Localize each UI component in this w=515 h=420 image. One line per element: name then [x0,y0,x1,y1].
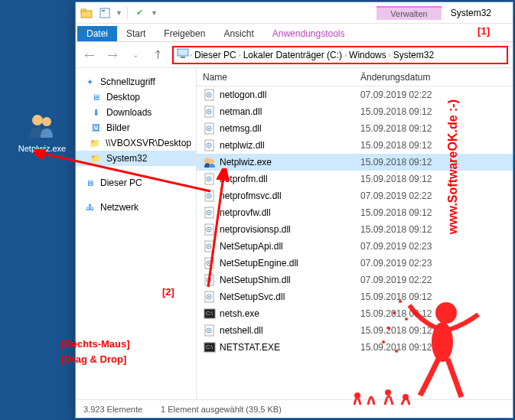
file-row[interactable]: NetSetupShim.dll07.09.2019 02:22 [197,272,513,288]
file-name: NETSTAT.EXE [220,342,357,353]
file-icon [203,324,217,337]
file-row[interactable]: netprofm.dll15.09.2018 09:12 [197,171,513,187]
file-row[interactable]: netmsg.dll15.09.2018 09:12 [197,120,513,137]
file-row[interactable]: C:\NETSTAT.EXE15.09.2018 09:12 [197,339,513,356]
crumb-windows[interactable]: Windows [347,50,388,60]
file-icon [203,240,217,252]
up-button[interactable]: 🡑 [149,46,168,64]
folder-icon[interactable] [79,5,94,21]
file-date: 07.09.2019 02:23 [357,241,513,252]
file-icon [203,156,217,168]
file-row[interactable]: Netplwiz.exe15.09.2018 09:12 [197,154,513,171]
file-row[interactable]: netprofmsvc.dll07.09.2019 02:22 [197,187,513,204]
svg-point-24 [208,178,210,180]
file-row[interactable]: NetSetupEngine.dll07.09.2019 02:23 [197,255,513,272]
column-headers: Name Änderungsdatum [197,68,513,86]
file-row[interactable]: C:\netsh.exe15.09.2018 09:12 [197,305,513,322]
file-row[interactable]: netplwiz.dll15.09.2018 09:12 [197,137,513,154]
file-row[interactable]: netprovisionsp.dll15.09.2018 09:12 [197,221,513,238]
file-name: NetSetupEngine.dll [220,258,357,269]
svg-point-1 [42,117,51,126]
crumb-pc[interactable]: Dieser PC [193,50,238,60]
download-icon: ⬇ [90,106,102,119]
desktop-shortcut-label: Netplwiz.exe [18,144,66,153]
file-date: 15.09.2018 09:12 [357,291,513,302]
crumb-drive[interactable]: Lokaler Datenträger (C:) [242,50,344,60]
network-icon: 🖧 [83,201,96,213]
tab-file[interactable]: Datei [77,26,117,41]
column-name[interactable]: Name [197,72,357,83]
svg-rect-7 [181,57,185,58]
chevron-right-icon[interactable]: › [190,51,192,59]
file-icon [203,190,217,202]
users-icon [27,110,57,141]
back-button[interactable]: 🡐 [80,46,99,64]
file-name: netprofmsvc.dll [220,190,357,201]
tab-view[interactable]: Ansicht [214,26,262,41]
svg-text:C:\: C:\ [206,311,213,316]
file-name: netprovisionsp.dll [220,224,357,235]
svg-point-20 [204,158,210,164]
file-list[interactable]: netlogon.dll07.09.2019 02:22netman.dll15… [197,86,513,399]
nav-vboxsvr[interactable]: 📁\\VBOXSVR\Desktop [76,135,196,151]
tab-app-tools[interactable]: Anwendungstools [263,26,354,41]
nav-pictures[interactable]: 🖼Bilder [76,120,196,135]
qat-dropdown2-icon[interactable]: ▼ [151,9,158,17]
file-name: Netplwiz.exe [220,157,357,168]
svg-point-45 [208,296,210,298]
titlebar: ▼ ✔ ▼ Verwalten System32 [76,2,513,24]
file-name: netshell.dll [220,325,357,336]
desktop-icon: 🖥 [90,91,102,103]
status-bar: 3.923 Elemente 1 Element ausgewählt (39,… [76,399,513,418]
nav-system32[interactable]: 📁System32 [76,151,196,166]
file-icon [203,223,217,236]
file-icon [203,173,217,185]
desktop-shortcut[interactable]: Netplwiz.exe [15,110,69,153]
file-row[interactable]: netshell.dll15.09.2018 09:12 [197,322,513,339]
nav-network[interactable]: 🖧Netzwerk [76,200,196,215]
tab-share[interactable]: Freigeben [155,26,214,41]
file-row[interactable]: netprovfw.dll15.09.2018 09:12 [197,204,513,221]
manage-tab-header: Verwalten [376,6,441,20]
svg-rect-6 [178,49,188,56]
file-date: 15.09.2018 09:12 [357,207,513,218]
watermark: www.SoftwareOK.de :-) [446,99,460,234]
file-name: NetSetupShim.dll [220,275,357,285]
window-title: System32 [442,8,510,18]
file-row[interactable]: NetSetupApi.dll07.09.2019 02:23 [197,238,513,255]
qat-dropdown-icon[interactable]: ▼ [116,9,122,17]
checkmark-icon[interactable]: ✔ [132,5,148,21]
nav-desktop[interactable]: 🖥Desktop [76,90,196,105]
file-name: netprofm.dll [220,174,357,184]
file-row[interactable]: netlogon.dll07.09.2019 02:22 [197,86,513,103]
file-date: 15.09.2018 09:12 [357,106,513,117]
file-date: 15.09.2018 09:12 [357,325,513,336]
chevron-right-icon[interactable]: › [389,51,391,59]
status-count: 3.923 Elemente [83,405,142,414]
file-name: NetSetupSvc.dll [220,291,357,302]
recent-dropdown-icon[interactable]: ⌄ [126,46,145,64]
crumb-system32[interactable]: System32 [392,50,435,60]
tab-start[interactable]: Start [117,26,155,41]
nav-downloads[interactable]: ⬇Downloads [76,105,196,120]
annotation-2: [2] [162,286,174,298]
file-name: netprovfw.dll [220,207,357,218]
file-name: netplwiz.dll [220,140,357,151]
nav-this-pc[interactable]: 🖥Dieser PC [76,175,196,190]
column-date[interactable]: Änderungsdatum [357,72,513,83]
chevron-right-icon[interactable]: › [344,51,347,59]
file-date: 15.09.2018 09:12 [357,157,513,168]
file-row[interactable]: netman.dll15.09.2018 09:12 [197,103,513,120]
properties-icon[interactable] [97,5,112,21]
nav-quick-access[interactable]: ✦Schnellzugriff [76,74,196,90]
forward-button[interactable]: 🡒 [103,46,122,64]
chevron-right-icon[interactable]: › [239,51,241,59]
file-date: 15.09.2018 09:12 [357,224,513,235]
file-row[interactable]: NetSetupSvc.dll15.09.2018 09:12 [197,288,513,305]
file-icon [203,274,217,286]
svg-point-16 [208,128,210,129]
folder-icon: 📁 [90,152,102,164]
address-bar[interactable]: › Dieser PC › Lokaler Datenträger (C:) ›… [172,46,508,64]
file-list-area: Name Änderungsdatum netlogon.dll07.09.20… [197,68,513,399]
file-date: 15.09.2018 09:12 [357,140,513,151]
